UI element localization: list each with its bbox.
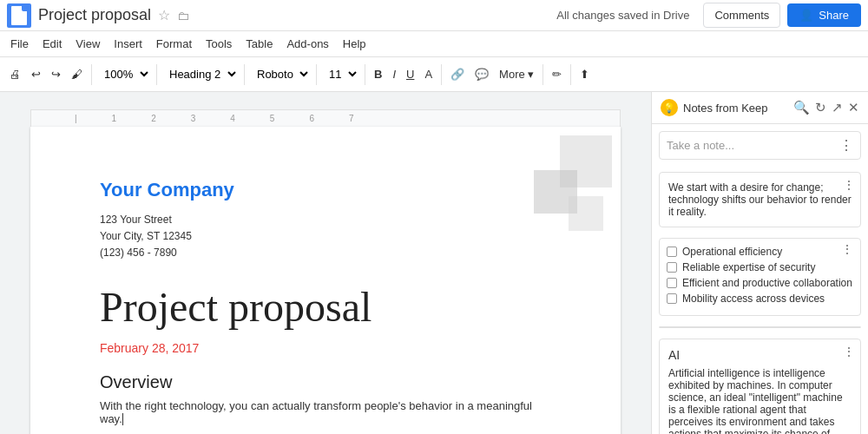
address-line2: Your City, ST 12345 (100, 228, 551, 245)
keep-note-menu-1[interactable]: ⋮ (843, 178, 855, 192)
keep-close-icon[interactable]: ✕ (848, 100, 859, 115)
title-bar: Project proposal ☆ 🗀 All changes saved i… (0, 0, 868, 31)
keep-checklist-menu[interactable]: ⋮ (841, 242, 853, 256)
doc-area: |1234567 Your Company 123 Your Street Yo… (0, 92, 651, 434)
document-title: Project proposal (38, 6, 151, 24)
sep7 (542, 64, 543, 85)
keep-ai-body: Artificial intelligence is intelligence … (668, 367, 852, 434)
link-btn[interactable]: 🔗 (446, 64, 469, 84)
italic-btn[interactable]: I (388, 64, 400, 84)
menu-tools[interactable]: Tools (199, 34, 239, 54)
sep1 (91, 64, 92, 85)
keep-ai-note[interactable]: ⋮ AI Artificial intelligence is intellig… (659, 339, 861, 434)
doc-date: February 28, 2017 (100, 341, 551, 355)
keep-ai-title: AI (668, 348, 852, 362)
keep-external-icon[interactable]: ↗ (832, 100, 843, 115)
redo-btn[interactable]: ↪ (47, 64, 65, 84)
undo-btn[interactable]: ↩ (27, 64, 45, 84)
keep-search-icon[interactable]: 🔍 (793, 100, 810, 115)
overview-body: With the right technology, you can actua… (100, 399, 551, 425)
checkbox-1[interactable] (667, 247, 677, 257)
sep5 (365, 64, 365, 85)
text-cursor (122, 413, 123, 425)
overview-heading: Overview (100, 372, 551, 392)
font-select[interactable]: Roboto (249, 63, 312, 85)
font-size-select[interactable]: 11 (321, 63, 360, 85)
sep6 (441, 64, 442, 85)
menu-view[interactable]: View (69, 34, 107, 54)
more-btn[interactable]: More ▾ (495, 64, 538, 84)
menu-format[interactable]: Format (149, 34, 199, 54)
menu-help[interactable]: Help (336, 34, 373, 54)
keep-checklist[interactable]: ⋮ Operational efficiency Reliable expert… (659, 238, 861, 316)
share-icon: 👤 (799, 9, 813, 22)
keep-header: 💡 Notes from Keep 🔍 ↻ ↗ ✕ (652, 92, 868, 124)
keep-header-icons: 🔍 ↻ ↗ ✕ (793, 100, 859, 115)
menu-file[interactable]: File (3, 34, 36, 54)
comment-inline-btn[interactable]: 💬 (470, 64, 493, 84)
keep-note-1-body: We start with a desire for change; techn… (668, 181, 852, 218)
doc-wrapper: |1234567 Your Company 123 Your Street Yo… (30, 109, 621, 417)
keep-search-box[interactable]: Take a note... ⋮ (659, 131, 861, 160)
keep-image-canvas (660, 327, 860, 328)
keep-panel: 💡 Notes from Keep 🔍 ↻ ↗ ✕ Take a note...… (651, 92, 868, 434)
app-icon (7, 3, 31, 28)
check-item-3: Efficient and productive collaboration (667, 277, 853, 289)
company-name: Your Company (100, 179, 551, 201)
keep-search-placeholder: Take a note... (667, 139, 734, 152)
checkbox-2[interactable] (667, 262, 677, 273)
zoom-select[interactable]: 100% (96, 63, 152, 85)
menu-edit[interactable]: Edit (36, 34, 69, 54)
menu-insert[interactable]: Insert (107, 34, 149, 54)
heading-select[interactable]: Heading 2 (161, 63, 240, 85)
keep-options-icon[interactable]: ⋮ (839, 137, 853, 154)
ruler: |1234567 (30, 109, 621, 127)
keep-icon: 💡 (661, 99, 678, 116)
menu-addons[interactable]: Add-ons (279, 34, 335, 54)
address-line1: 123 Your Street (100, 212, 551, 228)
menu-bar: File Edit View Insert Format Tools Table… (0, 31, 868, 57)
doc-title: Project proposal (100, 283, 551, 331)
sep3 (244, 64, 245, 85)
comments-button[interactable]: Comments (703, 3, 780, 28)
folder-icon[interactable]: 🗀 (177, 9, 189, 23)
checkbox-4[interactable] (667, 293, 677, 304)
collapse-btn[interactable]: ⬆ (575, 64, 594, 84)
check-item-4: Mobility access across devices (667, 293, 853, 305)
sep2 (156, 64, 157, 85)
keep-refresh-icon[interactable]: ↻ (815, 100, 826, 115)
save-status: All changes saved in Drive (556, 9, 689, 22)
paint-format-btn[interactable]: 🖌 (67, 64, 87, 84)
page-decoration (516, 127, 621, 231)
keep-note-1[interactable]: ⋮ We start with a desire for change; tec… (659, 172, 861, 227)
bold-btn[interactable]: B (370, 64, 386, 84)
address-block: 123 Your Street Your City, ST 12345 (123… (100, 212, 551, 262)
keep-ai-menu[interactable]: ⋮ (843, 345, 855, 358)
font-color-btn[interactable]: A (420, 64, 437, 84)
sep8 (570, 64, 571, 85)
toolbar: 🖨 ↩ ↪ 🖌 100% Heading 2 Roboto 11 B I U A… (0, 57, 868, 92)
pencil-btn[interactable]: ✏ (548, 64, 566, 84)
star-icon[interactable]: ☆ (158, 7, 170, 23)
sep4 (316, 64, 317, 85)
check-item-1: Operational efficiency (667, 246, 841, 258)
check-item-2: Reliable expertise of security (667, 261, 853, 273)
keep-title: Notes from Keep (683, 102, 793, 115)
doc-page: Your Company 123 Your Street Your City, … (30, 127, 621, 434)
menu-table[interactable]: Table (239, 34, 279, 54)
keep-image-note[interactable]: ⋮ (659, 326, 861, 328)
address-line3: (123) 456 - 7890 (100, 245, 551, 261)
checkbox-3[interactable] (667, 278, 677, 288)
main-layout: |1234567 Your Company 123 Your Street Yo… (0, 92, 868, 434)
share-button[interactable]: 👤 Share (787, 3, 861, 27)
underline-btn[interactable]: U (402, 64, 418, 84)
print-btn[interactable]: 🖨 (5, 64, 25, 84)
